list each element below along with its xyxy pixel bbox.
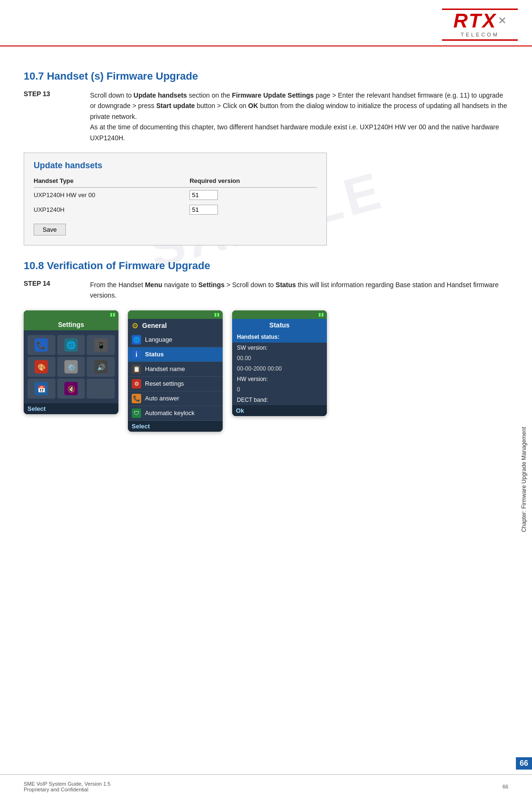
menu-item-handset-name[interactable]: 📋 Handset name bbox=[128, 362, 223, 377]
phone-screen-1: ▮▮ Settings 📞 🌐 📱 🎨 bbox=[24, 310, 118, 414]
phone2-top-bar: ▮▮ bbox=[128, 310, 223, 319]
col-required-version: Required version bbox=[189, 177, 317, 188]
menu-label-status: Status bbox=[145, 351, 164, 358]
svg-text:🌐: 🌐 bbox=[66, 341, 76, 350]
settings-icon-gear: ⚙️ bbox=[57, 357, 85, 377]
status-sw-date: 00-00-2000 00:00 bbox=[232, 363, 327, 374]
svg-text:🎨: 🎨 bbox=[37, 363, 46, 372]
menu-item-reset[interactable]: ⚙ Reset settings bbox=[128, 377, 223, 391]
logo-x: ✕ bbox=[498, 15, 506, 27]
update-box-title: Update handsets bbox=[34, 161, 317, 171]
footer-guide-title: SME VoIP System Guide, Version 1.5 bbox=[24, 781, 110, 787]
menu-item-status[interactable]: i Status bbox=[128, 347, 223, 362]
signal-icon: ▮▮ bbox=[110, 312, 116, 317]
logo-bottom-bar bbox=[442, 39, 518, 41]
update-handsets-box: Update handsets Handset Type Required ve… bbox=[24, 153, 327, 245]
settings-icon-speaker: 🔊 bbox=[87, 357, 115, 377]
phone2-title: General bbox=[142, 322, 167, 329]
row1-type: UXP1240H HW ver 00 bbox=[34, 187, 189, 202]
auto-answer-icon: 📞 bbox=[132, 394, 141, 403]
svg-text:🔊: 🔊 bbox=[97, 363, 105, 372]
status-hw-label: HW version: bbox=[232, 374, 327, 384]
status-dect-label: DECT band: bbox=[232, 395, 327, 405]
svg-text:📞: 📞 bbox=[36, 341, 46, 350]
phone3-ok-bar: Ok bbox=[232, 405, 327, 416]
menu-label-auto-answer: Auto answer bbox=[145, 395, 179, 402]
footer-left: SME VoIP System Guide, Version 1.5 Propr… bbox=[24, 781, 110, 792]
phone1-bottom-bar: Select bbox=[24, 403, 118, 414]
step-13-text: Scroll down to Update handsets section o… bbox=[90, 91, 507, 120]
status-hw-value: 0 bbox=[232, 384, 327, 395]
header: RTX ✕ TELECOM bbox=[0, 0, 532, 46]
step-13-extra: As at the time of documenting this chapt… bbox=[90, 123, 499, 141]
settings-icon-empty bbox=[87, 379, 115, 399]
svg-text:📱: 📱 bbox=[97, 342, 105, 350]
handset-name-icon: 📋 bbox=[132, 364, 141, 374]
step-14-text: From the Handset Menu navigate to Settin… bbox=[90, 281, 499, 299]
svg-text:⚙️: ⚙️ bbox=[67, 363, 75, 372]
step-13-label: STEP 13 bbox=[24, 90, 57, 143]
menu-item-keylock[interactable]: 🛡 Automatic keylock bbox=[128, 406, 223, 421]
row1-version-input[interactable] bbox=[189, 190, 218, 200]
col-handset-type: Handset Type bbox=[34, 177, 189, 188]
status-icon: i bbox=[132, 350, 141, 359]
section-10-7-heading: 10.7 Handset (s) Firmware Upgrade bbox=[24, 70, 508, 82]
logo-rtx: RTX bbox=[453, 11, 497, 31]
phone3-status-screen: Status Handset status: SW version: 00.00… bbox=[232, 319, 327, 405]
status-handset-label: Handset status: bbox=[232, 331, 327, 343]
menu-label-handset-name: Handset name bbox=[145, 365, 185, 372]
keylock-icon: 🛡 bbox=[132, 408, 141, 418]
settings-icon-mobile: 📱 bbox=[87, 335, 115, 355]
step-14-block: STEP 14 From the Handset Menu navigate t… bbox=[24, 280, 508, 301]
status-sw-label: SW version: bbox=[232, 343, 327, 353]
step-14-content: From the Handset Menu navigate to Settin… bbox=[90, 280, 508, 301]
footer-page-number: 66 bbox=[503, 784, 508, 789]
phone1-title: Settings bbox=[24, 319, 118, 330]
table-row: UXP1240H bbox=[34, 202, 317, 217]
settings-icon-phone: 📞 bbox=[27, 335, 55, 355]
svg-text:🔇: 🔇 bbox=[67, 385, 75, 393]
footer-confidential: Proprietary and Confidential bbox=[24, 787, 110, 792]
settings-icon-calendar: 📅 bbox=[27, 379, 55, 399]
settings-icon-mute: 🔇 bbox=[57, 379, 85, 399]
phone2-header: ⚙ General bbox=[128, 319, 223, 333]
phones-row: ▮▮ Settings 📞 🌐 📱 🎨 bbox=[24, 310, 508, 432]
row2-version-input[interactable] bbox=[189, 205, 218, 215]
signal-icon-2: ▮▮ bbox=[214, 312, 220, 317]
table-row: UXP1240H HW ver 00 bbox=[34, 187, 317, 202]
section-10-8-heading: 10.8 Verification of Firmware Upgrade bbox=[24, 260, 508, 272]
step-13-block: STEP 13 Scroll down to Update handsets s… bbox=[24, 90, 508, 143]
update-table: Handset Type Required version UXP1240H H… bbox=[34, 177, 317, 217]
language-icon: 🌐 bbox=[132, 335, 141, 345]
settings-icon-globe: 🌐 bbox=[57, 335, 85, 355]
menu-item-language[interactable]: 🌐 Language bbox=[128, 333, 223, 347]
step-14-label: STEP 14 bbox=[24, 280, 57, 301]
menu-item-auto-answer[interactable]: 📞 Auto answer bbox=[128, 391, 223, 406]
gear-icon: ⚙ bbox=[132, 321, 138, 330]
logo: RTX ✕ TELECOM bbox=[442, 9, 518, 41]
reset-icon: ⚙ bbox=[132, 379, 141, 389]
phone2-bottom-bar: Select bbox=[128, 421, 223, 432]
phone-screen-3: ▮▮ Status Handset status: SW version: 00… bbox=[232, 310, 327, 416]
row2-type: UXP1240H bbox=[34, 202, 189, 217]
chapter-page-number: 66 bbox=[516, 757, 532, 770]
phone3-title: Status bbox=[232, 319, 327, 331]
menu-label-keylock: Automatic keylock bbox=[145, 409, 195, 417]
settings-icon-palette: 🎨 bbox=[27, 357, 55, 377]
logo-telecom: TELECOM bbox=[460, 32, 499, 37]
main-content: 10.7 Handset (s) Firmware Upgrade STEP 1… bbox=[0, 51, 532, 460]
phone1-settings-screen: Settings 📞 🌐 📱 🎨 ⚙️ bbox=[24, 319, 118, 403]
phone3-top-bar: ▮▮ bbox=[232, 310, 327, 319]
status-sw-value: 00.00 bbox=[232, 353, 327, 363]
save-button[interactable]: Save bbox=[34, 224, 66, 236]
menu-label-reset: Reset settings bbox=[145, 380, 184, 387]
footer: SME VoIP System Guide, Version 1.5 Propr… bbox=[0, 774, 532, 798]
phone-screen-2: ▮▮ ⚙ General 🌐 Language i Status 📋 Hands… bbox=[128, 310, 223, 432]
phone1-icons-grid: 📞 🌐 📱 🎨 ⚙️ 🔊 bbox=[24, 330, 118, 403]
signal-icon-3: ▮▮ bbox=[318, 312, 324, 317]
phone1-top-bar: ▮▮ bbox=[24, 310, 118, 319]
step-13-content: Scroll down to Update handsets section o… bbox=[90, 90, 508, 143]
phone2-general-screen: ⚙ General 🌐 Language i Status 📋 Handset … bbox=[128, 319, 223, 421]
menu-label-language: Language bbox=[145, 336, 172, 343]
svg-text:📅: 📅 bbox=[37, 385, 46, 393]
